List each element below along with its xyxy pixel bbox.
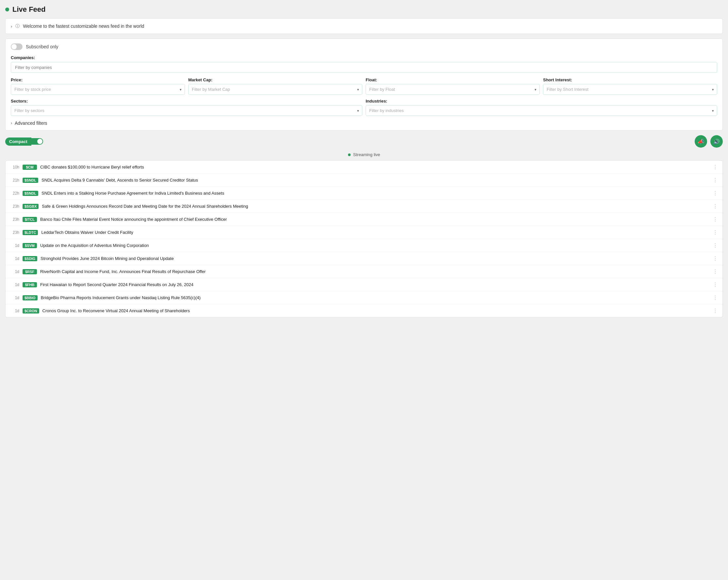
news-headline: Update on the Acquisition of Adventus Mi… (40, 243, 709, 248)
news-item: 23h $LDTC LeddarTech Obtains Waiver Unde… (5, 226, 723, 239)
ticker-badge[interactable]: $SDIG (23, 256, 37, 261)
news-time: 1d (10, 296, 19, 300)
ticker-badge[interactable]: $BBIO (23, 295, 37, 300)
news-time: 23h (10, 230, 19, 235)
news-time: 23h (10, 217, 19, 222)
news-time: 21h (10, 178, 19, 183)
megaphone-button[interactable]: 📣 (695, 135, 707, 147)
more-options-icon[interactable]: ⋮ (713, 177, 718, 183)
news-time: 1d (10, 270, 19, 274)
companies-section: Companies: (11, 55, 717, 73)
news-item: 23h $SGBX Safe & Green Holdings Announce… (5, 200, 723, 213)
news-item: 10h $CM CIBC donates $100,000 to Hurrica… (5, 161, 723, 174)
sectors-select-wrapper: Filter by sectors ▾ (11, 105, 362, 116)
news-time: 1d (10, 282, 19, 287)
ticker-badge[interactable]: $SNDL (23, 178, 38, 183)
compact-label: Compact (5, 137, 31, 146)
marketcap-filter-group: Market Cap: Filter by Market Cap ▾ (188, 77, 362, 95)
news-item: 23h $ITCL Banco Itaú Chile Files Materia… (5, 213, 723, 226)
sectors-industries-grid: Sectors: Filter by sectors ▾ Industries:… (11, 99, 717, 116)
marketcap-select-wrapper: Filter by Market Cap ▾ (188, 84, 362, 95)
compact-toggle-knob (37, 139, 43, 144)
ticker-badge[interactable]: $CRON (23, 308, 39, 313)
shortinterest-label: Short Interest: (543, 77, 717, 82)
more-options-icon[interactable]: ⋮ (713, 164, 718, 170)
companies-input[interactable] (11, 62, 717, 73)
industries-label: Industries: (366, 99, 717, 104)
ticker-badge[interactable]: $SVM (23, 243, 37, 248)
shortinterest-select[interactable]: Filter by Short Interest (543, 84, 717, 95)
news-item: 1d $FHB First Hawaiian to Report Second … (5, 278, 723, 291)
news-headline: Stronghold Provides June 2024 Bitcoin Mi… (41, 256, 709, 261)
news-time: 1d (10, 309, 19, 313)
price-select[interactable]: Filter by stock price (11, 84, 185, 95)
marketcap-select[interactable]: Filter by Market Cap (188, 84, 362, 95)
shortinterest-filter-group: Short Interest: Filter by Short Interest… (543, 77, 717, 95)
industries-filter-group: Industries: Filter by industries ▾ (366, 99, 717, 116)
more-options-icon[interactable]: ⋮ (713, 269, 718, 275)
sectors-select[interactable]: Filter by sectors (11, 105, 362, 116)
advanced-filters-row[interactable]: › Advanced filters (11, 120, 717, 126)
news-time: 1d (10, 243, 19, 248)
news-item: 21h $SNDL SNDL Acquires Delta 9 Cannabis… (5, 174, 723, 187)
news-item: 1d $SVM Update on the Acquisition of Adv… (5, 239, 723, 252)
chevron-right-icon[interactable]: › (11, 24, 12, 29)
more-options-icon[interactable]: ⋮ (713, 255, 718, 261)
sectors-filter-group: Sectors: Filter by sectors ▾ (11, 99, 362, 116)
sectors-label: Sectors: (11, 99, 362, 104)
news-item: 1d $RSF RiverNorth Capital and Income Fu… (5, 265, 723, 278)
news-headline: LeddarTech Obtains Waiver Under Credit F… (41, 230, 709, 235)
ticker-badge[interactable]: $SNDL (23, 191, 38, 196)
news-item: 22h $SNDL SNDL Enters into a Stalking Ho… (5, 187, 723, 200)
price-label: Price: (11, 77, 185, 82)
filters-panel: Subscribed only Companies: Price: Filter… (5, 38, 723, 131)
news-item: 1d $CRON Cronos Group Inc. to Reconvene … (5, 304, 723, 317)
news-headline: BridgeBio Pharma Reports Inducement Gran… (41, 295, 709, 300)
speaker-icon: 🔊 (713, 138, 720, 145)
news-time: 23h (10, 204, 19, 209)
industries-select[interactable]: Filter by industries (366, 105, 717, 116)
more-options-icon[interactable]: ⋮ (713, 203, 718, 209)
ticker-badge[interactable]: $RSF (23, 269, 37, 274)
welcome-banner: › ⓘ Welcome to the fastest customizable … (5, 18, 723, 34)
float-select[interactable]: Filter by Float (366, 84, 540, 95)
page-header: Live Feed (5, 5, 723, 14)
ticker-badge[interactable]: $LDTC (23, 230, 38, 235)
ticker-badge[interactable]: $FHB (23, 282, 37, 287)
companies-label: Companies: (11, 55, 717, 60)
news-item: 1d $SDIG Stronghold Provides June 2024 B… (5, 252, 723, 265)
float-filter-group: Float: Filter by Float ▾ (366, 77, 540, 95)
compact-toggle-switch[interactable] (31, 138, 43, 145)
toggle-knob (11, 44, 17, 49)
speaker-button[interactable]: 🔊 (710, 135, 723, 147)
subscribed-toggle-row: Subscribed only (11, 44, 717, 50)
more-options-icon[interactable]: ⋮ (713, 308, 718, 314)
shortinterest-select-wrapper: Filter by Short Interest ▾ (543, 84, 717, 95)
news-headline: SNDL Enters into a Stalking Horse Purcha… (42, 191, 709, 196)
megaphone-icon: 📣 (698, 138, 704, 145)
marketcap-label: Market Cap: (188, 77, 362, 82)
price-filter-group: Price: Filter by stock price ▾ (11, 77, 185, 95)
news-headline: SNDL Acquires Delta 9 Cannabis' Debt, As… (42, 178, 709, 183)
compact-toggle-group[interactable]: Compact (5, 137, 43, 146)
ticker-badge[interactable]: $ITCL (23, 217, 37, 222)
more-options-icon[interactable]: ⋮ (713, 281, 718, 288)
more-options-icon[interactable]: ⋮ (713, 216, 718, 222)
more-options-icon[interactable]: ⋮ (713, 295, 718, 301)
news-headline: Safe & Green Holdings Announces Record D… (42, 204, 709, 209)
welcome-text: Welcome to the fastest customizable news… (23, 24, 144, 29)
compact-row: Compact 📣 🔊 (5, 135, 723, 147)
ticker-badge[interactable]: $CM (23, 165, 37, 170)
more-options-icon[interactable]: ⋮ (713, 190, 718, 196)
subscribed-toggle[interactable] (11, 44, 23, 50)
page-title: Live Feed (12, 5, 46, 14)
news-time: 10h (10, 165, 19, 169)
news-headline: Banco Itaú Chile Files Material Event No… (40, 217, 709, 222)
ticker-badge[interactable]: $SGBX (23, 204, 38, 209)
price-select-wrapper: Filter by stock price ▾ (11, 84, 185, 95)
more-options-icon[interactable]: ⋮ (713, 229, 718, 236)
float-label: Float: (366, 77, 540, 82)
info-icon: ⓘ (15, 23, 20, 29)
action-buttons: 📣 🔊 (695, 135, 723, 147)
more-options-icon[interactable]: ⋮ (713, 242, 718, 249)
